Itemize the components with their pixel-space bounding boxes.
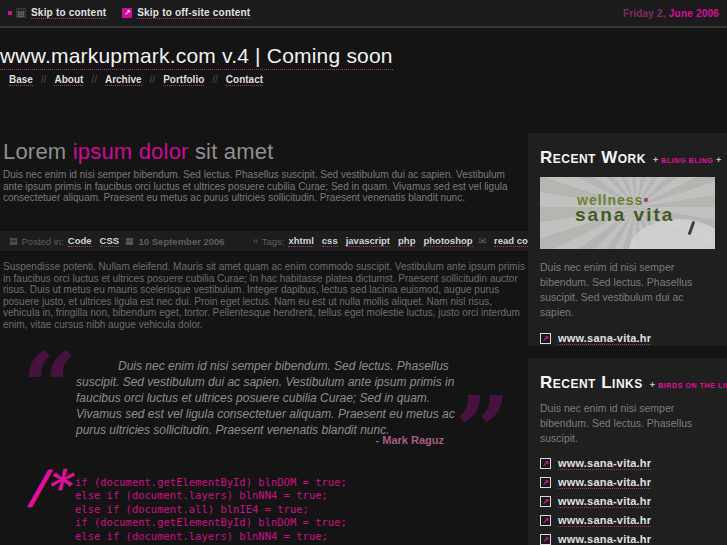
recent-link-row: ↗ www.sana-vita.hr: [528, 476, 727, 489]
external-link-icon: ↗: [540, 458, 551, 469]
site-title: www.markupmark.com v.4 | Coming soon: [0, 44, 393, 70]
post-title-pre: Lorem: [3, 139, 73, 164]
skip-links: ▤ Skip to content ↗ Skip to off-site con…: [8, 7, 266, 19]
recent-link-row: ↗ www.sana-vita.hr: [528, 514, 727, 527]
recent-link[interactable]: www.sana-vita.hr: [558, 495, 651, 508]
tag-icon: ⌗: [253, 236, 258, 247]
bullet-icon: [8, 11, 12, 15]
recent-links-title: Recent Links: [540, 373, 643, 393]
nav-separator: //: [91, 74, 97, 85]
skip-to-offsite-content-link[interactable]: Skip to off-site content: [137, 7, 250, 19]
calendar-icon: ▦: [125, 236, 134, 246]
recent-link[interactable]: www.sana-vita.hr: [558, 533, 651, 545]
quote-attribution: - Mark Raguz: [376, 434, 444, 446]
tag-link-css[interactable]: css: [322, 235, 338, 247]
blockquote: “ Duis nec enim id nisi semper bibendum.…: [20, 342, 512, 457]
recent-work-title: Recent Work: [540, 148, 646, 168]
recent-work-link-row: ↗ www.sana-vita.hr: [528, 332, 727, 345]
body-paragraph: Suspendisse potenti. Nullam eleifend. Ma…: [3, 261, 527, 330]
close-quote-icon: ”: [455, 384, 510, 480]
recent-link[interactable]: www.sana-vita.hr: [558, 514, 651, 527]
recent-links-panel: Recent Links + BIRDS ON THE LINE + Duis …: [528, 358, 727, 545]
code-line: if (document.getElementById) blnDOM = tr…: [75, 516, 347, 529]
nav-separator: //: [41, 74, 47, 85]
recent-links-header: Recent Links + BIRDS ON THE LINE +: [528, 358, 727, 399]
post-title-post: sit amet: [189, 139, 274, 164]
recent-links-tagline: + BIRDS ON THE LINE +: [650, 380, 727, 390]
external-link-icon: ↗: [540, 515, 551, 526]
code-lines: if (document.getElementById) blnDOM = tr…: [75, 476, 347, 545]
recent-link[interactable]: www.sana-vita.hr: [558, 476, 651, 489]
thumbnail-shade-overlay: [540, 177, 715, 249]
code-line: else if (document.layers) blnNN4 = true;: [75, 530, 347, 543]
tagline-text: BLING BLING: [661, 157, 713, 164]
intro-paragraph: Duis nec enim id nisi semper bibendum. S…: [3, 169, 527, 204]
skip-to-content-link[interactable]: Skip to content: [31, 7, 106, 19]
posted-in-label: Posted in:: [22, 236, 64, 247]
code-comment-icon: /*: [28, 464, 69, 510]
tags-label: Tags:: [262, 236, 285, 247]
recent-work-link[interactable]: www.sana-vita.hr: [558, 332, 651, 345]
main-nav: Base//About//Archive//Portfolio//Contact: [0, 74, 393, 85]
post-date: 10 September 2006: [139, 236, 225, 247]
nav-item-about[interactable]: About: [54, 74, 83, 86]
recent-work-panel: Recent Work + BLING BLING + wellness• sa…: [528, 133, 727, 346]
posted-in-icon: ▤: [9, 236, 18, 246]
recent-link-row: ↗ www.sana-vita.hr: [528, 495, 727, 508]
code-line: else if (document.all) blnIE4 = true;: [75, 503, 347, 516]
recent-link[interactable]: www.sana-vita.hr: [558, 457, 651, 470]
site-header: www.markupmark.com v.4 | Coming soon Bas…: [0, 44, 393, 85]
recent-work-tagline: + BLING BLING +: [653, 155, 722, 165]
external-link-icon: ↗: [540, 534, 551, 545]
external-link-icon: ↗: [540, 496, 551, 507]
tagline-text: BIRDS ON THE LINE: [658, 382, 727, 389]
comments-icon: ✉: [479, 236, 487, 246]
tag-link-xhtml[interactable]: xhtml: [288, 235, 313, 247]
code-line: else if (document.layers) blnNN4 = true;: [75, 489, 347, 502]
plus-icon: +: [653, 155, 659, 165]
open-quote-icon: “: [22, 340, 77, 436]
nav-separator: //: [150, 74, 156, 85]
category-link-css[interactable]: CSS: [100, 235, 120, 247]
post-title: Lorem ipsum dolor sit amet: [3, 139, 274, 165]
plus-icon: +: [716, 155, 722, 165]
nav-item-base[interactable]: Base: [9, 74, 33, 86]
current-date: Friday 2, June 2006: [623, 8, 719, 19]
work-thumbnail[interactable]: wellness• sana vita: [540, 177, 715, 249]
nav-item-archive[interactable]: Archive: [105, 74, 142, 86]
recent-work-header: Recent Work + BLING BLING +: [528, 133, 727, 174]
nav-item-contact[interactable]: Contact: [226, 74, 263, 86]
external-link-icon: ↗: [540, 477, 551, 488]
recent-work-text: Duis nec enim id nisi semper bibendum. S…: [528, 258, 727, 320]
post-title-highlight: ipsum dolor: [73, 139, 189, 164]
external-link-icon: ↗: [540, 333, 551, 344]
date-prefix: Friday 2,: [623, 8, 666, 19]
tag-link-javascript[interactable]: javascript: [346, 235, 390, 247]
quote-text: Duis nec enim id nisi semper bibendum. S…: [76, 358, 476, 438]
recent-link-row: ↗ www.sana-vita.hr: [528, 533, 727, 545]
code-line: if (document.getElementById) blnDOM = tr…: [75, 476, 347, 489]
top-bar: ▤ Skip to content ↗ Skip to off-site con…: [0, 0, 727, 28]
tag-link-php[interactable]: php: [398, 235, 415, 247]
document-icon: ▤: [16, 8, 26, 18]
recent-links-text: Duis nec enim id nisi semper bibendum. S…: [528, 399, 727, 446]
recent-link-row: ↗ www.sana-vita.hr: [528, 457, 727, 470]
tag-link-photoshop[interactable]: photoshop: [423, 235, 472, 247]
plus-icon: +: [650, 380, 656, 390]
category-link-code[interactable]: Code: [68, 235, 92, 247]
nav-separator: //: [212, 74, 218, 85]
nav-item-portfolio[interactable]: Portfolio: [163, 74, 204, 86]
post-meta-bar: ▤ Posted in: Code CSS ▦ 10 September 200…: [0, 231, 530, 251]
offsite-icon: ↗: [122, 8, 132, 18]
date-highlight: June 2006: [669, 8, 719, 19]
